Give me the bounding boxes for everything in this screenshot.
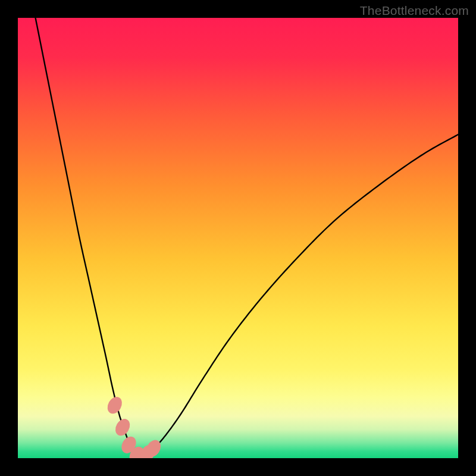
plot-area xyxy=(18,18,458,458)
chart-frame: TheBottleneck.com xyxy=(0,0,476,476)
marker-point xyxy=(112,416,133,439)
data-markers xyxy=(105,394,164,458)
marker-point xyxy=(105,394,125,416)
bottleneck-curve xyxy=(36,18,458,456)
watermark-text: TheBottleneck.com xyxy=(360,4,469,18)
curve-layer xyxy=(18,18,458,458)
